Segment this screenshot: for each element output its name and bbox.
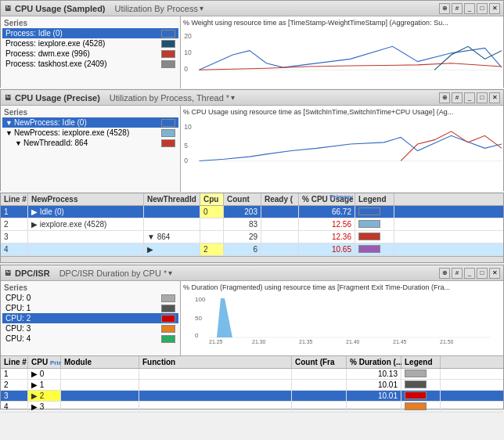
panel2-grid-btn[interactable]: # <box>452 92 463 103</box>
td-cpuusage-3: 12.36 <box>299 231 355 243</box>
arrow-thread: ▼ <box>147 233 155 241</box>
panel2-max-btn[interactable]: □ <box>477 92 488 103</box>
panel2-icon: 🖥 <box>4 93 12 102</box>
series2-item-iexplore-label: NewProcess: iexplore.exe (4528) <box>14 128 158 137</box>
primary-badge: Primary <box>329 193 353 200</box>
btd-function-4 <box>139 402 292 412</box>
panel3-close-btn[interactable]: ✕ <box>489 268 500 279</box>
btd-line-4: 4 <box>1 402 28 412</box>
panel1-close-btn[interactable]: ✕ <box>489 3 500 14</box>
series3-cpu0[interactable]: CPU: 0 <box>2 293 178 303</box>
table-row-2[interactable]: 2 ▶ iexplore.exe (4528) 83 12.56 <box>1 218 503 231</box>
svg-text:21.45: 21.45 <box>393 339 407 344</box>
series2-item-idle-label: NewProcess: Idle (0) <box>14 118 158 127</box>
series3-cpu2[interactable]: CPU: 2 <box>2 313 178 323</box>
td-cpuusage-2: 12.56 <box>299 218 355 230</box>
bcol-function: Function <box>139 356 292 368</box>
panel1-max-btn[interactable]: □ <box>477 3 488 14</box>
panel1-dropdown-arrow[interactable]: ▾ <box>200 4 203 13</box>
panel2-close-btn[interactable]: ✕ <box>489 92 500 103</box>
series-item-dwm[interactable]: Process: dwm.exe (996) <box>2 49 178 59</box>
series3-cpu3-color <box>161 325 175 333</box>
series3-cpu3[interactable]: CPU: 3 <box>2 323 178 334</box>
panel2-min-btn[interactable]: _ <box>464 92 475 103</box>
td-ready-3 <box>261 231 299 243</box>
panel2-dropdown-arrow[interactable]: ▾ <box>231 93 235 102</box>
svg-text:0: 0 <box>195 332 199 339</box>
bottom-row-2[interactable]: 2 ▶ 1 10.01 <box>1 380 503 391</box>
panel2-header: 🖥 CPU Usage (Precise) Utilization by Pro… <box>1 90 503 106</box>
legend-color-1 <box>358 207 380 215</box>
panel1-series: Series Process: Idle (0) Process: iexplo… <box>1 16 181 88</box>
btd-module-2 <box>61 380 139 390</box>
td-thread-4: ▶ <box>144 243 200 255</box>
series-item-idle[interactable]: Process: Idle (0) <box>2 28 178 38</box>
col-line: Line # <box>1 193 28 205</box>
middle-scroll[interactable] <box>1 256 503 262</box>
btd-line-3: 3 <box>1 391 28 401</box>
btd-cpu-1: ▶ 0 <box>28 369 61 379</box>
panel3-grid-btn[interactable]: # <box>452 268 463 279</box>
panel-dpc: 🖥 DPC/ISR DPC/ISR Duration by CPU * ▾ ⊕ … <box>0 265 504 409</box>
bottom-row-1[interactable]: 1 ▶ 0 10.13 <box>1 369 503 380</box>
series2-item-iexplore[interactable]: ▼ NewProcess: iexplore.exe (4528) <box>2 128 178 138</box>
series-item-taskhost-label: Process: taskhost.exe (2409) <box>5 60 158 68</box>
series2-thread-color <box>161 139 175 147</box>
bcol-line: Line # <box>1 356 28 368</box>
panel3-icon: 🖥 <box>4 269 12 277</box>
col-newthreadid: NewThreadId <box>144 193 200 205</box>
panel3-series: Series CPU: 0 CPU: 1 CPU: 2 CPU: 3 <box>1 281 181 355</box>
panel3-chart: % Duration (Fragmented) using resource t… <box>181 281 503 355</box>
svg-text:5: 5 <box>184 142 188 150</box>
td-thread-3: ▼ 864 <box>144 231 200 243</box>
series-item-taskhost[interactable]: Process: taskhost.exe (2409) <box>2 59 178 69</box>
panel3-min-btn[interactable]: _ <box>464 268 475 279</box>
series2-item-idle[interactable]: ▼ NewProcess: Idle (0) <box>2 117 178 128</box>
table-row-1[interactable]: 1 ▶ Idle (0) 0 203 66.72 <box>1 206 503 218</box>
series-item-iexplore[interactable]: Process: iexplore.exe (4528) <box>2 38 178 49</box>
col-cpu-usage: Primary % CPU Usage <box>299 193 355 205</box>
panel1-chart-title: % Weight using resource time as [TimeSta… <box>182 18 502 27</box>
btd-duration-3: 10.01 <box>347 391 401 401</box>
svg-text:20: 20 <box>184 32 192 40</box>
svg-text:21.25: 21.25 <box>209 339 223 344</box>
series-item-taskhost-color <box>161 60 175 68</box>
bottom-row-3[interactable]: 3 ▶ 2 10.01 <box>1 391 503 402</box>
td-process-4 <box>28 243 144 255</box>
svg-text:50: 50 <box>195 315 202 322</box>
td-cpu-2 <box>200 218 224 230</box>
panel1-subtitle: Utilization By Process <box>115 4 198 13</box>
panel1-search-btn[interactable]: ⊕ <box>439 3 450 14</box>
btd-module-3 <box>61 391 139 401</box>
btd-cpu1-arrow: ▶ <box>31 370 38 378</box>
table-row-4[interactable]: 4 ▶ 2 6 10.65 <box>1 243 503 256</box>
panel1-min-btn[interactable]: _ <box>464 3 475 14</box>
col-cpu: Cpu <box>200 193 224 205</box>
btd-count-1 <box>292 369 347 379</box>
panel1-content: Series Process: Idle (0) Process: iexplo… <box>1 16 503 88</box>
panel1-grid-btn[interactable]: # <box>452 3 463 14</box>
panel3-max-btn[interactable]: □ <box>477 268 488 279</box>
bottom-row-4[interactable]: 4 ▶ 3 <box>1 402 503 413</box>
panel3-search-btn[interactable]: ⊕ <box>439 268 450 279</box>
panel1-title: CPU Usage (Sampled) <box>15 4 106 13</box>
svg-rect-5 <box>182 119 502 169</box>
svg-text:0: 0 <box>184 65 188 73</box>
panel3-series-label: Series <box>2 283 178 293</box>
td-process-2: ▶ iexplore.exe (4528) <box>28 218 144 230</box>
panel2-chart: % CPU Usage using resource time as [Swit… <box>181 106 503 192</box>
series-item-iexplore-label: Process: iexplore.exe (4528) <box>5 39 158 48</box>
series2-item-thread[interactable]: ▼ NewThreadId: 864 <box>2 138 178 148</box>
panel2-search-btn[interactable]: ⊕ <box>439 92 450 103</box>
series3-cpu1-color <box>161 305 175 312</box>
table-row-3[interactable]: 3 ▼ 864 29 12.36 <box>1 231 503 243</box>
series2-idle-color <box>161 119 175 127</box>
series3-cpu1[interactable]: CPU: 1 <box>2 303 178 313</box>
btd-cpu-2: ▶ 1 <box>28 380 61 390</box>
td-cpu-4: 2 <box>200 243 224 255</box>
series3-cpu4[interactable]: CPU: 4 <box>2 334 178 344</box>
middle-table-header: Line # NewProcess NewThreadId Cpu Count … <box>1 193 503 206</box>
bcol-duration: % Duration (... <box>347 356 401 368</box>
panel3-dropdown-arrow[interactable]: ▾ <box>168 269 172 277</box>
btd-line-2: 2 <box>1 380 28 390</box>
